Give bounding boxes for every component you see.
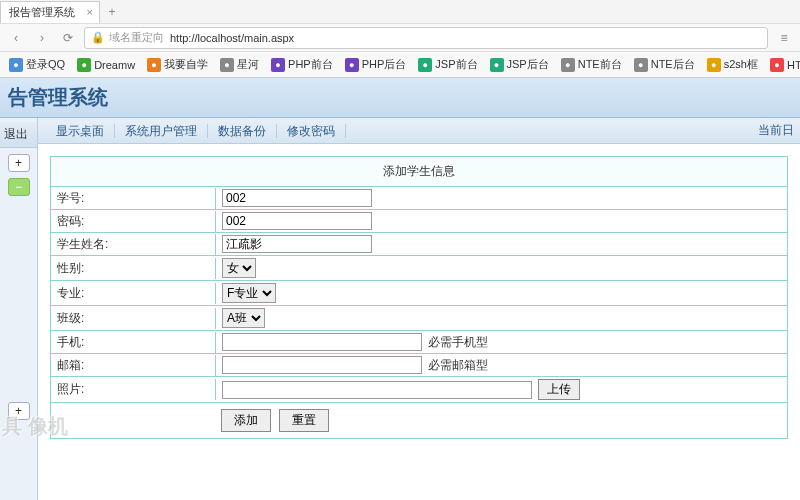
bookmark-item[interactable]: ●NTE前台 <box>556 55 627 74</box>
bookmark-item[interactable]: ●登录QQ <box>4 55 70 74</box>
input-sno[interactable] <box>222 189 372 207</box>
bookmarks-bar: ●登录QQ●Dreamw●我要自学●星河●PHP前台●PHP后台●JSP前台●J… <box>0 52 800 78</box>
app-title: 告管理系统 <box>8 84 108 111</box>
row-photo: 照片: 上传 <box>51 377 787 403</box>
bookmark-label: PHP后台 <box>362 57 407 72</box>
bookmark-label: HTML <box>787 59 800 71</box>
browser-tab[interactable]: 报告管理系统 × <box>0 1 100 23</box>
label-photo: 照片: <box>51 379 216 400</box>
menu-bar: 显示桌面系统用户管理数据备份修改密码当前日 <box>38 118 800 144</box>
url-input[interactable]: 🔒 域名重定向 http://localhost/main.aspx <box>84 27 768 49</box>
forward-icon[interactable]: › <box>32 28 52 48</box>
sidebar-expand2-icon[interactable]: + <box>8 402 30 420</box>
menu-item[interactable]: 显示桌面 <box>46 124 115 138</box>
sidebar-exit[interactable]: 退出 <box>0 122 37 148</box>
bookmark-icon: ● <box>220 58 234 72</box>
bookmark-icon: ● <box>147 58 161 72</box>
bookmark-icon: ● <box>490 58 504 72</box>
bookmark-item[interactable]: ●s2sh框 <box>702 55 763 74</box>
select-sex[interactable]: 女 <box>222 258 256 278</box>
input-pwd[interactable] <box>222 212 372 230</box>
row-phone: 手机: 必需手机型 <box>51 331 787 354</box>
bookmark-label: 登录QQ <box>26 57 65 72</box>
menu-icon[interactable]: ≡ <box>774 28 794 48</box>
back-icon[interactable]: ‹ <box>6 28 26 48</box>
bookmark-item[interactable]: ●NTE后台 <box>629 55 700 74</box>
bookmark-item[interactable]: ●JSP前台 <box>413 55 482 74</box>
input-name[interactable] <box>222 235 372 253</box>
tab-title: 报告管理系统 <box>9 5 75 20</box>
current-date-label: 当前日 <box>758 122 794 139</box>
input-phone[interactable] <box>222 333 422 351</box>
bookmark-label: s2sh框 <box>724 57 758 72</box>
lock-icon: 🔒 <box>91 31 105 44</box>
label-email: 邮箱: <box>51 355 216 376</box>
bookmark-icon: ● <box>634 58 648 72</box>
form-title: 添加学生信息 <box>51 157 787 187</box>
menu-item[interactable]: 系统用户管理 <box>115 124 208 138</box>
menu-item[interactable]: 数据备份 <box>208 124 277 138</box>
url-text: http://localhost/main.aspx <box>170 32 294 44</box>
bookmark-label: JSP前台 <box>435 57 477 72</box>
bookmark-icon: ● <box>418 58 432 72</box>
bookmark-label: JSP后台 <box>507 57 549 72</box>
reload-icon[interactable]: ⟳ <box>58 28 78 48</box>
row-pwd: 密码: <box>51 210 787 233</box>
bookmark-icon: ● <box>707 58 721 72</box>
label-major: 专业: <box>51 283 216 304</box>
select-class[interactable]: A班 <box>222 308 265 328</box>
bookmark-icon: ● <box>561 58 575 72</box>
row-email: 邮箱: 必需邮箱型 <box>51 354 787 377</box>
label-phone: 手机: <box>51 332 216 353</box>
row-major: 专业: F专业 <box>51 281 787 306</box>
bookmark-label: NTE后台 <box>651 57 695 72</box>
menu-item[interactable]: 修改密码 <box>277 124 346 138</box>
button-row: 添加 重置 <box>51 403 787 438</box>
bookmark-icon: ● <box>770 58 784 72</box>
hint-email: 必需邮箱型 <box>428 357 488 374</box>
bookmark-item[interactable]: ●PHP前台 <box>266 55 338 74</box>
browser-tab-bar: 报告管理系统 × + <box>0 0 800 24</box>
row-sno: 学号: <box>51 187 787 210</box>
main-area: 显示桌面系统用户管理数据备份修改密码当前日 添加学生信息 学号: 密码: 学生姓… <box>38 118 800 500</box>
upload-button[interactable]: 上传 <box>538 379 580 400</box>
bookmark-icon: ● <box>345 58 359 72</box>
bookmark-label: Dreamw <box>94 59 135 71</box>
add-button[interactable]: 添加 <box>221 409 271 432</box>
input-photo[interactable] <box>222 381 532 399</box>
bookmark-item[interactable]: ●我要自学 <box>142 55 213 74</box>
bookmark-label: 我要自学 <box>164 57 208 72</box>
new-tab-button[interactable]: + <box>100 5 124 19</box>
label-class: 班级: <box>51 308 216 329</box>
bookmark-item[interactable]: ●HTML <box>765 56 800 74</box>
bookmark-icon: ● <box>271 58 285 72</box>
label-sex: 性别: <box>51 258 216 279</box>
select-major[interactable]: F专业 <box>222 283 276 303</box>
close-icon[interactable]: × <box>87 6 93 18</box>
row-sex: 性别: 女 <box>51 256 787 281</box>
sidebar-collapse-icon[interactable]: − <box>8 178 30 196</box>
bookmark-item[interactable]: ●PHP后台 <box>340 55 412 74</box>
row-class: 班级: A班 <box>51 306 787 331</box>
label-pwd: 密码: <box>51 211 216 232</box>
address-bar: ‹ › ⟳ 🔒 域名重定向 http://localhost/main.aspx… <box>0 24 800 52</box>
student-form-panel: 添加学生信息 学号: 密码: 学生姓名: 性别: 女 <box>50 156 788 439</box>
sidebar: 退出 + − + <box>0 118 38 500</box>
label-name: 学生姓名: <box>51 234 216 255</box>
bookmark-item[interactable]: ●JSP后台 <box>485 55 554 74</box>
row-name: 学生姓名: <box>51 233 787 256</box>
hint-phone: 必需手机型 <box>428 334 488 351</box>
content: 添加学生信息 学号: 密码: 学生姓名: 性别: 女 <box>38 144 800 500</box>
input-email[interactable] <box>222 356 422 374</box>
bookmark-item[interactable]: ●Dreamw <box>72 56 140 74</box>
app-header: 告管理系统 <box>0 78 800 118</box>
sidebar-expand-icon[interactable]: + <box>8 154 30 172</box>
bookmark-label: NTE前台 <box>578 57 622 72</box>
label-sno: 学号: <box>51 188 216 209</box>
domain-redirect-label: 域名重定向 <box>109 30 164 45</box>
bookmark-icon: ● <box>9 58 23 72</box>
bookmark-item[interactable]: ●星河 <box>215 55 264 74</box>
bookmark-icon: ● <box>77 58 91 72</box>
bookmark-label: 星河 <box>237 57 259 72</box>
reset-button[interactable]: 重置 <box>279 409 329 432</box>
